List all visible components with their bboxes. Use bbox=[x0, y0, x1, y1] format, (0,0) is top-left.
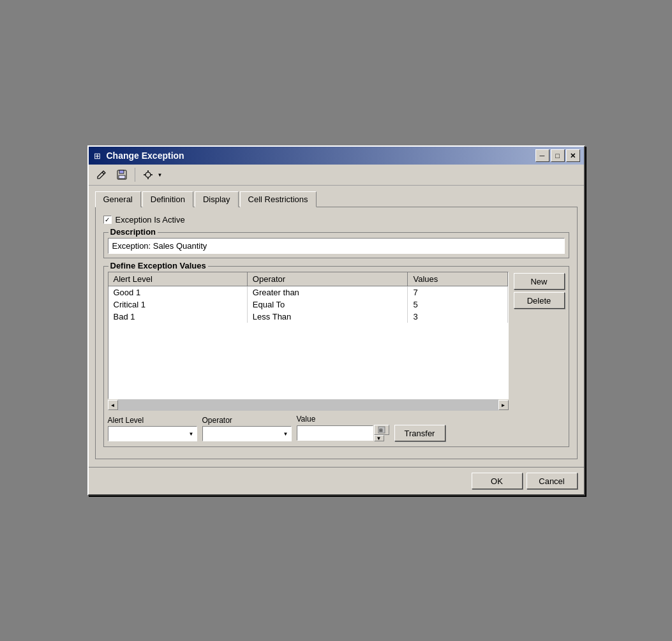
table-wrapper: Alert Level Operator Values Good 1 bbox=[108, 272, 509, 399]
value-icon-button[interactable]: ⊞ bbox=[374, 425, 389, 435]
alert-level-label: Alert Level bbox=[108, 416, 197, 425]
tool-icon-button[interactable] bbox=[139, 166, 157, 183]
table-section: Alert Level Operator Values Good 1 bbox=[108, 272, 509, 411]
new-button[interactable]: New bbox=[514, 273, 565, 290]
operator-field: Operator ▼ bbox=[202, 416, 292, 441]
svg-rect-2 bbox=[119, 170, 124, 173]
scroll-track[interactable] bbox=[118, 399, 498, 411]
title-bar: ⊞ Change Exception ─ □ ✕ bbox=[89, 147, 584, 165]
edit-row: Alert Level ▼ Operator ▼ bbox=[108, 415, 565, 441]
cell-operator: Less Than bbox=[247, 311, 408, 323]
value-dropdown-arrow-button[interactable]: ▼ bbox=[374, 435, 384, 441]
col-header-values: Values bbox=[408, 272, 507, 286]
description-section-title: Description bbox=[108, 227, 158, 237]
value-label: Value bbox=[297, 415, 389, 424]
alert-level-combo[interactable]: ▼ bbox=[108, 426, 197, 441]
cell-alert-level: Critical 1 bbox=[108, 298, 248, 311]
cell-value: 7 bbox=[408, 286, 507, 299]
tab-content-general: ✓ Exception Is Active Description Define… bbox=[95, 207, 578, 459]
toolbar: ▼ bbox=[89, 165, 584, 186]
svg-text:⊞: ⊞ bbox=[379, 428, 383, 432]
cell-operator: Equal To bbox=[247, 298, 408, 311]
maximize-button[interactable]: □ bbox=[551, 149, 565, 162]
cell-operator: Greater than bbox=[247, 286, 408, 299]
save-icon-button[interactable] bbox=[113, 166, 131, 183]
table-row[interactable]: Good 1 Greater than 7 bbox=[108, 286, 508, 299]
operator-combo-arrow: ▼ bbox=[283, 431, 288, 437]
ok-button[interactable]: OK bbox=[472, 473, 523, 489]
exception-active-label: Exception Is Active bbox=[116, 215, 185, 225]
dialog-icon: ⊞ bbox=[93, 151, 103, 161]
scroll-left-button[interactable]: ◄ bbox=[108, 400, 118, 410]
horizontal-scrollbar: ◄ ► bbox=[108, 399, 509, 411]
value-field: Value ⊞ bbox=[297, 415, 389, 441]
operator-label: Operator bbox=[202, 416, 292, 425]
col-header-alert-level: Alert Level bbox=[108, 272, 248, 286]
tab-definition[interactable]: Definition bbox=[142, 191, 193, 207]
tool-dropdown-arrow[interactable]: ▼ bbox=[158, 172, 163, 178]
dialog-content: General Definition Display Cell Restrict… bbox=[89, 186, 584, 464]
tab-general[interactable]: General bbox=[95, 191, 141, 207]
exception-values-table: Alert Level Operator Values Good 1 bbox=[108, 272, 508, 323]
table-row[interactable]: Bad 1 Less Than 3 bbox=[108, 311, 508, 323]
toolbar-separator bbox=[135, 168, 135, 182]
dialog-title: Change Exception bbox=[107, 151, 184, 161]
alert-level-field: Alert Level ▼ bbox=[108, 416, 197, 441]
tab-display[interactable]: Display bbox=[195, 191, 239, 207]
checkbox-check-mark: ✓ bbox=[105, 216, 110, 223]
tabs-container: General Definition Display Cell Restrict… bbox=[95, 191, 578, 207]
operator-combo[interactable]: ▼ bbox=[202, 426, 292, 441]
close-button[interactable]: ✕ bbox=[566, 149, 580, 162]
tool-dropdown-button[interactable]: ▼ bbox=[139, 166, 163, 183]
dialog-footer: OK Cancel bbox=[89, 467, 584, 494]
scroll-right-button[interactable]: ► bbox=[498, 400, 509, 410]
cell-value: 5 bbox=[408, 298, 507, 311]
transfer-button-container: Transfer bbox=[394, 425, 445, 441]
minimize-button[interactable]: ─ bbox=[535, 149, 549, 162]
svg-rect-3 bbox=[119, 175, 125, 179]
cell-alert-level: Bad 1 bbox=[108, 311, 248, 323]
cell-alert-level: Good 1 bbox=[108, 286, 248, 299]
table-side-buttons: New Delete bbox=[514, 272, 565, 411]
tab-cell-restrictions[interactable]: Cell Restrictions bbox=[240, 191, 317, 207]
cell-value: 3 bbox=[408, 311, 507, 323]
cancel-button[interactable]: Cancel bbox=[526, 473, 578, 489]
col-header-operator: Operator bbox=[247, 272, 408, 286]
table-container: Alert Level Operator Values Good 1 bbox=[108, 272, 565, 411]
delete-button[interactable]: Delete bbox=[514, 292, 565, 309]
value-input[interactable] bbox=[297, 425, 373, 441]
transfer-button[interactable]: Transfer bbox=[394, 425, 445, 441]
exception-active-checkbox[interactable]: ✓ bbox=[103, 216, 112, 224]
table-row[interactable]: Critical 1 Equal To 5 bbox=[108, 298, 508, 311]
title-buttons: ─ □ ✕ bbox=[535, 149, 580, 162]
define-section-title: Define Exception Values bbox=[108, 261, 208, 270]
alert-level-combo-arrow: ▼ bbox=[189, 431, 194, 437]
description-input[interactable] bbox=[108, 238, 565, 254]
exception-active-row: ✓ Exception Is Active bbox=[103, 215, 569, 225]
pencil-icon-button[interactable] bbox=[93, 166, 110, 183]
svg-point-4 bbox=[146, 172, 151, 177]
change-exception-dialog: ⊞ Change Exception ─ □ ✕ bbox=[87, 145, 585, 496]
